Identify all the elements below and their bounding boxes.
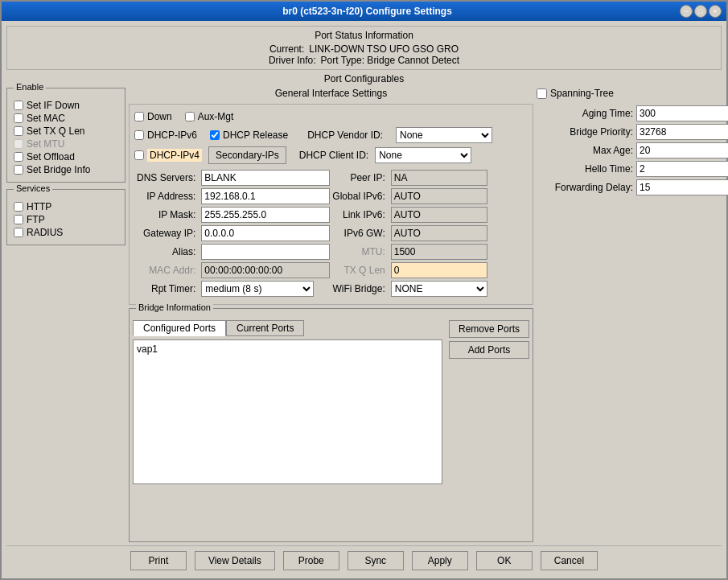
aging-time-input[interactable] xyxy=(636,105,728,121)
close-button[interactable]: × xyxy=(709,5,722,18)
max-age-input[interactable] xyxy=(636,142,728,158)
http-checkbox[interactable] xyxy=(14,202,23,212)
set-offload-checkbox[interactable] xyxy=(14,152,23,162)
footer: Print View Details Probe Sync Apply OK C… xyxy=(6,545,722,574)
window-controls: − □ × xyxy=(680,5,722,18)
minimize-button[interactable]: − xyxy=(680,5,693,18)
dhcp-release-row: DHCP Release xyxy=(210,130,288,141)
max-age-label: Max Age: xyxy=(537,145,633,156)
alias-row: Alias: MTU: xyxy=(137,244,487,260)
tx-q-len-input[interactable] xyxy=(391,262,487,278)
sync-button[interactable]: Sync xyxy=(348,551,404,570)
alias-label: Alias: xyxy=(137,244,199,260)
aux-mgt-label: Aux-Mgt xyxy=(198,111,234,122)
bridge-tabs-area: Configured Ports Current Ports vap1 xyxy=(133,317,442,484)
alias-input[interactable] xyxy=(201,244,330,260)
add-ports-button[interactable]: Add Ports xyxy=(449,341,529,359)
enable-set-mtu: Set MTU xyxy=(14,138,118,150)
print-button[interactable]: Print xyxy=(130,551,187,570)
ip-mask-input[interactable] xyxy=(201,207,330,223)
gateway-ip-label: Gateway IP: xyxy=(137,225,199,241)
enable-group-title: Enable xyxy=(14,82,46,92)
port-status-section: Port Status Information Current: LINK-DO… xyxy=(6,26,722,70)
tx-q-len-label: TX Q Len xyxy=(332,262,388,278)
down-checkbox[interactable] xyxy=(134,112,144,121)
spanning-tree-row: Spanning-Tree xyxy=(537,88,722,99)
tab-current-ports[interactable]: Current Ports xyxy=(226,320,304,336)
general-settings-title: General Interface Settings xyxy=(129,88,533,99)
rpt-timer-select[interactable]: medium (8 s) short (2 s) long (30 s) xyxy=(201,281,314,297)
set-mac-label: Set MAC xyxy=(27,113,65,124)
ipv6-gw-label: IPv6 GW: xyxy=(332,225,388,241)
set-mac-checkbox[interactable] xyxy=(14,113,23,123)
aux-mgt-checkbox-row: Aux-Mgt xyxy=(185,111,234,122)
radius-checkbox[interactable] xyxy=(14,228,23,237)
hello-time-input[interactable] xyxy=(636,161,728,177)
tab-configured-ports[interactable]: Configured Ports xyxy=(133,320,226,336)
maximize-button[interactable]: □ xyxy=(694,5,707,18)
dhcp-release-label: DHCP Release xyxy=(223,130,288,141)
set-tx-q-len-checkbox[interactable] xyxy=(14,126,23,136)
window-title: br0 (ct523-3n-f20) Configure Settings xyxy=(55,6,680,17)
ip-address-row: IP Address: Global IPv6: xyxy=(137,188,487,204)
global-ipv6-label: Global IPv6: xyxy=(332,188,388,204)
driver-value: Port Type: Bridge Cannot Detect xyxy=(321,55,460,66)
current-value: LINK-DOWN TSO UFO GSO GRO xyxy=(309,43,459,55)
content-area: Port Status Information Current: LINK-DO… xyxy=(2,21,726,578)
down-label: Down xyxy=(147,111,172,122)
set-tx-q-len-label: Set TX Q Len xyxy=(27,125,85,137)
secondary-ips-button[interactable]: Secondary-IPs xyxy=(208,146,286,164)
view-details-button[interactable]: View Details xyxy=(195,551,275,570)
ip-address-input[interactable] xyxy=(201,188,330,204)
service-ftp: FTP xyxy=(14,214,118,225)
general-settings-box: Down Aux-Mgt DHCP-IPv6 xyxy=(129,104,533,305)
rpt-timer-row: Rpt Timer: medium (8 s) short (2 s) long… xyxy=(137,281,487,297)
set-if-down-label: Set IF Down xyxy=(27,100,80,111)
set-bridge-info-checkbox[interactable] xyxy=(14,165,23,175)
gateway-row: Gateway IP: IPv6 GW: xyxy=(137,225,487,241)
down-checkbox-row: Down xyxy=(134,111,172,122)
services-group-title: Services xyxy=(14,183,52,193)
service-http: HTTP xyxy=(14,201,118,212)
dns-input[interactable] xyxy=(201,170,330,186)
gateway-ip-input[interactable] xyxy=(201,225,330,241)
probe-button[interactable]: Probe xyxy=(283,551,339,570)
forwarding-delay-input[interactable] xyxy=(636,179,728,195)
enable-set-if-down: Set IF Down xyxy=(14,100,118,111)
current-label: Current: xyxy=(269,43,304,55)
dhcp-ipv6-row: DHCP-IPv6 xyxy=(134,130,197,141)
cancel-button[interactable]: Cancel xyxy=(541,551,598,570)
dhcp-ipv4-checkbox[interactable] xyxy=(134,150,144,160)
wifi-bridge-label: WiFi Bridge: xyxy=(332,281,388,297)
ftp-checkbox[interactable] xyxy=(14,215,23,224)
enable-group: Enable Set IF Down Set MAC Set TX Q L xyxy=(6,88,125,183)
dhcp-ipv6-checkbox[interactable] xyxy=(134,130,144,140)
dhcp-ipv6-label: DHCP-IPv6 xyxy=(147,130,197,141)
bridge-tabs: Configured Ports Current Ports xyxy=(133,320,442,336)
aux-mgt-checkbox[interactable] xyxy=(185,112,195,121)
bridge-priority-input[interactable] xyxy=(636,124,728,140)
port-entry: vap1 xyxy=(137,343,158,355)
set-mtu-label: Set MTU xyxy=(27,138,64,150)
main-window: br0 (ct523-3n-f20) Configure Settings − … xyxy=(0,0,728,580)
remove-ports-button[interactable]: Remove Ports xyxy=(449,320,529,338)
form-table: DNS Servers: Peer IP: IP Address: Global… xyxy=(134,167,490,299)
enable-set-tx-q-len: Set TX Q Len xyxy=(14,125,118,137)
spanning-tree-label: Spanning-Tree xyxy=(550,88,614,99)
ip-mask-row: IP Mask: Link IPv6: xyxy=(137,207,487,223)
port-status-title: Port Status Information xyxy=(15,30,713,41)
wifi-bridge-select[interactable]: NONE br1 xyxy=(391,281,487,297)
dhcp-release-checkbox[interactable] xyxy=(210,130,220,140)
radius-label: RADIUS xyxy=(27,227,63,238)
ip-address-label: IP Address: xyxy=(137,188,199,204)
ftp-label: FTP xyxy=(27,214,45,225)
spanning-tree-checkbox[interactable] xyxy=(537,88,547,99)
ok-button[interactable]: OK xyxy=(476,551,533,570)
set-if-down-checkbox[interactable] xyxy=(14,101,23,110)
port-configurables-title: Port Configurables xyxy=(6,73,722,84)
aging-time-label: Aging Time: xyxy=(537,108,633,119)
dhcp-vendor-id-select[interactable]: None xyxy=(396,127,492,143)
apply-button[interactable]: Apply xyxy=(412,551,468,570)
dhcp-client-id-select[interactable]: None xyxy=(375,147,471,163)
ip-mask-label: IP Mask: xyxy=(137,207,199,223)
